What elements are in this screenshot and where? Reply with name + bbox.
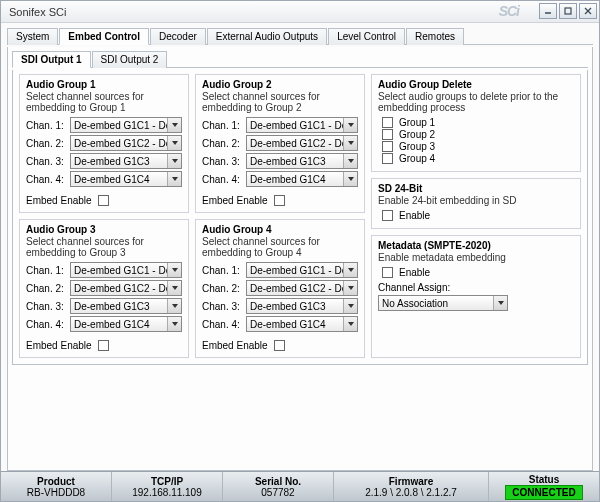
chan-3-select[interactable]: De-embed G1C3 xyxy=(246,298,358,314)
chevron-down-icon xyxy=(167,263,181,277)
group-title: Audio Group 3 xyxy=(26,224,182,235)
tab-ext-audio[interactable]: External Audio Outputs xyxy=(207,28,327,45)
status-bar: Product RB-VHDDD8 TCP/IP 192.168.11.109 … xyxy=(1,471,599,501)
chan-4-select[interactable]: De-embed G1C4 xyxy=(70,316,182,332)
status-serial: Serial No. 057782 xyxy=(223,472,334,501)
tab-sdi-output-1[interactable]: SDI Output 1 xyxy=(12,51,91,68)
chan-2-select[interactable]: De-embed G1C2 - DolbyC2 xyxy=(246,135,358,151)
chevron-down-icon xyxy=(343,118,357,132)
chan-4-select[interactable]: De-embed G1C4 xyxy=(246,316,358,332)
chan-label: Chan. 4: xyxy=(26,174,66,185)
chan-label: Chan. 2: xyxy=(202,138,242,149)
right-column: Audio Group Delete Select audio groups t… xyxy=(371,74,581,358)
chevron-down-icon xyxy=(167,136,181,150)
audio-group-3: Audio Group 3 Select channel sources for… xyxy=(19,219,189,358)
checkbox-label: Group 4 xyxy=(399,153,435,164)
audio-group-delete-panel: Audio Group Delete Select audio groups t… xyxy=(371,74,581,172)
delete-group-4-checkbox[interactable] xyxy=(382,153,393,164)
tab-remotes[interactable]: Remotes xyxy=(406,28,464,45)
tab-embed-control[interactable]: Embed Control xyxy=(59,28,149,45)
chan-2-select[interactable]: De-embed G1C2 - DolbyC2 xyxy=(70,280,182,296)
group-desc: Select channel sources for embedding to … xyxy=(26,236,182,258)
chan-label: Chan. 4: xyxy=(202,319,242,330)
chan-1-select[interactable]: De-embed G1C1 - DolbyC1 xyxy=(70,117,182,133)
status-firmware: Firmware 2.1.9 \ 2.0.8 \ 2.1.2.7 xyxy=(334,472,489,501)
chan-label: Chan. 4: xyxy=(26,319,66,330)
group-title: Audio Group 4 xyxy=(202,224,358,235)
chan-4-select[interactable]: De-embed G1C4 xyxy=(246,171,358,187)
chan-label: Chan. 2: xyxy=(26,138,66,149)
embed-enable-label: Embed Enable xyxy=(202,195,268,206)
close-button[interactable] xyxy=(579,3,597,19)
embed-enable-checkbox[interactable] xyxy=(98,340,109,351)
chan-label: Chan. 3: xyxy=(202,156,242,167)
audio-group-4: Audio Group 4 Select channel sources for… xyxy=(195,219,365,358)
meta-enable-checkbox[interactable] xyxy=(382,267,393,278)
groups-grid: Audio Group 1 Select channel sources for… xyxy=(19,74,581,358)
embed-enable-checkbox[interactable] xyxy=(274,340,285,351)
tab-sdi-output-2[interactable]: SDI Output 2 xyxy=(92,51,168,68)
embed-enable-checkbox[interactable] xyxy=(98,195,109,206)
sub-tabs: SDI Output 1 SDI Output 2 xyxy=(12,50,588,68)
group-desc: Select channel sources for embedding to … xyxy=(202,236,358,258)
checkbox-label: Group 1 xyxy=(399,117,435,128)
chan-assign-select[interactable]: No Association xyxy=(378,295,508,311)
minimize-button[interactable] xyxy=(539,3,557,19)
chan-2-select[interactable]: De-embed G1C2 - DolbyC2 xyxy=(246,280,358,296)
chevron-down-icon xyxy=(343,317,357,331)
chan-label: Chan. 1: xyxy=(202,265,242,276)
chan-assign-label: Channel Assign: xyxy=(378,282,574,293)
chan-3-select[interactable]: De-embed G1C3 xyxy=(246,153,358,169)
chevron-down-icon xyxy=(167,299,181,313)
delete-group-3-checkbox[interactable] xyxy=(382,141,393,152)
embed-enable-label: Embed Enable xyxy=(26,195,92,206)
delete-group-1-checkbox[interactable] xyxy=(382,117,393,128)
window-title: Sonifex SCi xyxy=(9,6,66,18)
main-tabs: System Embed Control Decoder External Au… xyxy=(7,27,593,45)
sd-enable-checkbox[interactable] xyxy=(382,210,393,221)
chan-label: Chan. 2: xyxy=(26,283,66,294)
chan-label: Chan. 1: xyxy=(26,265,66,276)
embed-enable-label: Embed Enable xyxy=(26,340,92,351)
group-desc: Select channel sources for embedding to … xyxy=(26,91,182,113)
chevron-down-icon xyxy=(167,154,181,168)
status-product: Product RB-VHDDD8 xyxy=(1,472,112,501)
checkbox-label: Group 2 xyxy=(399,129,435,140)
chevron-down-icon xyxy=(167,118,181,132)
panel-desc: Select audio groups to delete prior to t… xyxy=(378,91,574,113)
chevron-down-icon xyxy=(343,136,357,150)
chevron-down-icon xyxy=(167,172,181,186)
panel-title: Audio Group Delete xyxy=(378,79,574,90)
maximize-button[interactable] xyxy=(559,3,577,19)
svg-rect-1 xyxy=(565,8,571,14)
tab-decoder[interactable]: Decoder xyxy=(150,28,206,45)
panel-desc: Enable metadata embedding xyxy=(378,252,574,263)
sdi-output-1-page: Audio Group 1 Select channel sources for… xyxy=(12,70,588,365)
embed-control-page: SDI Output 1 SDI Output 2 Audio Group 1 … xyxy=(7,47,593,471)
chan-1-select[interactable]: De-embed G1C1 - DolbyC1 xyxy=(246,262,358,278)
chan-3-select[interactable]: De-embed G1C3 xyxy=(70,298,182,314)
chevron-down-icon xyxy=(343,299,357,313)
chevron-down-icon xyxy=(493,296,507,310)
tab-system[interactable]: System xyxy=(7,28,58,45)
status-ip: TCP/IP 192.168.11.109 xyxy=(112,472,223,501)
chan-label: Chan. 1: xyxy=(26,120,66,131)
chan-1-select[interactable]: De-embed G1C1 - DolbyC1 xyxy=(70,262,182,278)
panel-desc: Enable 24-bit embedding in SD xyxy=(378,195,574,206)
chan-2-select[interactable]: De-embed G1C2 - DolbyC2 xyxy=(70,135,182,151)
chan-1-select[interactable]: De-embed G1C1 - DolbyC1 xyxy=(246,117,358,133)
chevron-down-icon xyxy=(167,281,181,295)
connected-badge: CONNECTED xyxy=(505,485,582,500)
app-body: System Embed Control Decoder External Au… xyxy=(1,23,599,471)
tab-level-control[interactable]: Level Control xyxy=(328,28,405,45)
checkbox-label: Group 3 xyxy=(399,141,435,152)
checkbox-label: Enable xyxy=(399,210,430,221)
chan-4-select[interactable]: De-embed G1C4 xyxy=(70,171,182,187)
metadata-panel: Metadata (SMPTE-2020) Enable metadata em… xyxy=(371,235,581,358)
chan-3-select[interactable]: De-embed G1C3 xyxy=(70,153,182,169)
embed-enable-checkbox[interactable] xyxy=(274,195,285,206)
chevron-down-icon xyxy=(167,317,181,331)
delete-group-2-checkbox[interactable] xyxy=(382,129,393,140)
title-bar: Sonifex SCi SCi xyxy=(1,1,599,23)
panel-title: Metadata (SMPTE-2020) xyxy=(378,240,574,251)
